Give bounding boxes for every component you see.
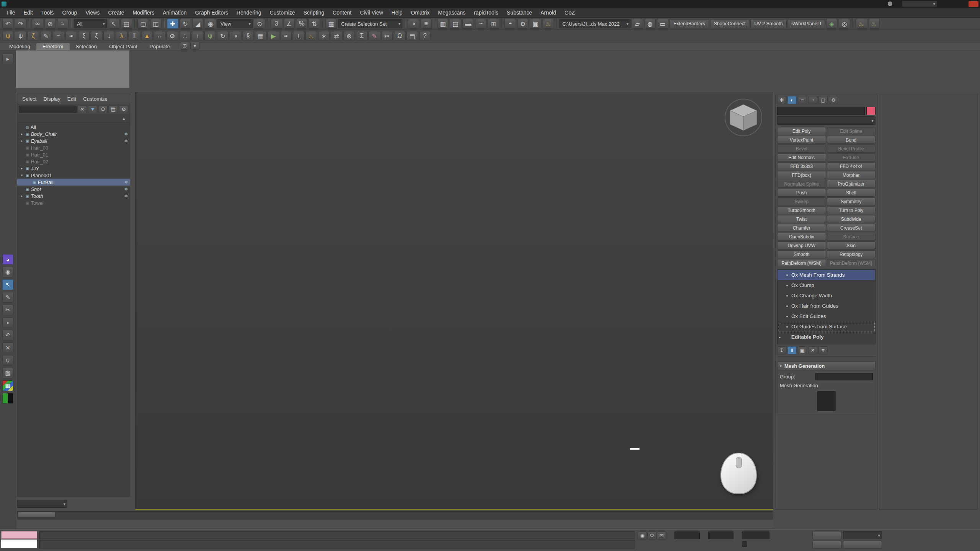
ribbon-pin-icon[interactable]: ⊡ [180,42,189,50]
shape-connect-button[interactable]: ShapeConnect [710,19,750,28]
modifier-button-edit-normals[interactable]: Edit Normals [777,153,826,161]
explorer-row-snot[interactable]: ▣Snot❄ [17,186,130,192]
ox-braid-guides-icon[interactable]: § [242,31,254,41]
modifier-button-shell[interactable]: Shell [827,189,876,197]
y-coordinate-field[interactable] [708,531,733,539]
close-button[interactable] [969,1,978,7]
explorer-menu-display[interactable]: Display [40,96,64,102]
z-coordinate-field[interactable] [742,531,769,539]
frozen-icon[interactable]: ❄ [124,139,128,143]
explorer-menu-customize[interactable]: Customize [80,96,111,102]
ribbon-minimize-icon[interactable]: ▾ [190,42,199,50]
frozen-icon[interactable]: ❄ [124,187,128,192]
menu-views[interactable]: Views [81,8,104,18]
ribbon-tab-object-paint[interactable]: Object Paint [103,43,144,50]
cgbump-preset-dropdown[interactable] [17,500,67,508]
stack-item-ox-guides-from-surface[interactable]: ●Ox Guides from Surface [777,321,875,332]
explorer-menu-select[interactable]: Select [19,96,40,102]
menu-edit[interactable]: Edit [20,8,37,18]
expand-icon[interactable]: ▸ [20,132,24,136]
modifier-button-smooth[interactable]: Smooth [777,250,826,258]
create-tab-icon[interactable]: ✚ [777,96,786,104]
menu-rendering[interactable]: Rendering [232,8,266,18]
stack-item-editable-poly[interactable]: ▸Editable Poly [777,332,875,342]
visibility-toggle-icon[interactable]: ● [785,273,789,277]
menu-content[interactable]: Content [328,8,356,18]
menu-help[interactable]: Help [387,8,407,18]
ox-generate-guide-data-icon[interactable]: Σ [356,31,368,41]
snapshot-icon[interactable]: ◎ [839,19,850,29]
named-selection-sets-dropdown[interactable]: Create Selection Set [338,19,402,28]
toggle-layer-explorer-icon[interactable]: ▤ [450,19,461,29]
modifier-button-subdivide[interactable]: Subdivide [827,215,876,223]
selection-filter-dropdown[interactable]: All [74,19,107,28]
display-borders-icon[interactable]: ▭ [657,19,668,29]
menu-tools[interactable]: Tools [37,8,58,18]
ox-strand-curling-icon[interactable]: ξ [78,31,90,41]
frozen-icon[interactable]: ❄ [124,132,128,137]
menu-megascans[interactable]: Megascans [434,8,470,18]
ox-guides-from-shape-icon[interactable]: ψ [15,31,26,41]
select-and-link-icon[interactable]: ∞ [32,19,43,29]
explorer-row-plane001[interactable]: ▾▣Plane001 [17,172,130,179]
uv-2-smooth-button[interactable]: UV 2 Smooth [750,19,786,28]
visibility-toggle-icon[interactable]: ● [785,304,789,308]
menu-file[interactable]: File [2,8,20,18]
modifier-button-opensubdiv[interactable]: OpenSubdiv [777,233,826,241]
ox-surface-comb-icon[interactable]: ~ [53,31,64,41]
undo-icon[interactable]: ↶ [2,19,14,29]
absolute-mode-toggle-icon[interactable]: ⊡ [657,531,666,540]
time-slider[interactable] [17,511,773,518]
bind-to-space-warp-icon[interactable]: ≈ [57,19,69,29]
modifier-button-symmetry[interactable]: Symmetry [827,197,876,205]
frozen-icon[interactable]: ❄ [124,180,128,185]
modifier-button-push[interactable]: Push [777,189,826,197]
motion-tab-icon[interactable]: ◔ [808,96,817,104]
menu-modifiers[interactable]: Modifiers [128,8,158,18]
edit-named-selection-sets-icon[interactable]: ▦ [325,19,337,29]
curve-editor-icon[interactable]: ~ [475,19,487,29]
ox-help-icon[interactable]: ? [419,31,431,41]
modifier-button-bend[interactable]: Bend [827,136,876,144]
modifier-button-creaseset[interactable]: CreaseSet [827,224,876,232]
menu-scripting[interactable]: Scripting [299,8,328,18]
visibility-toggle-icon[interactable]: ● [785,315,789,318]
ox-render-settings-icon[interactable]: ⚙ [167,31,178,41]
ox-strand-detail-icon[interactable]: ∴ [179,31,191,41]
ribbon-tab-freeform[interactable]: Freeform [36,43,70,50]
set-key-button[interactable] [812,541,841,549]
list-view-icon[interactable]: ▤ [109,105,118,113]
modifier-button-retopology[interactable]: Retopology [827,250,876,258]
render-teapot-icon[interactable]: ♨ [856,19,867,29]
magnet-icon[interactable]: ∪ [2,355,13,366]
selection-lock-toggle-icon[interactable]: Ω [647,531,657,540]
remove-modifier-icon[interactable]: ✕ [808,346,817,354]
workspace-dropdown[interactable] [902,1,937,7]
ox-change-width-icon[interactable]: ↔ [154,31,165,41]
modifier-button-chamfer[interactable]: Chamfer [777,224,826,232]
color-swatch-icon[interactable] [2,393,13,404]
explorer-menu-edit[interactable]: Edit [64,96,80,102]
hierarchy-tab-icon[interactable]: ≡ [798,96,807,104]
select-cursor-icon[interactable]: ↖ [2,279,13,290]
eye-icon[interactable]: ◉ [2,267,13,277]
ox-scatter-icon[interactable]: ∗ [318,31,330,41]
scene-explorer-search-input[interactable] [19,106,77,113]
modifier-button-edit-poly[interactable]: Edit Poly [777,127,826,135]
x-coordinate-field[interactable] [675,531,700,539]
ribbon-tab-populate[interactable]: Populate [144,43,176,50]
modifier-button-ffd-box[interactable]: FFD(box) [777,171,826,179]
dot-marker-icon[interactable]: • [2,317,13,328]
ox-resolve-collisions-icon[interactable]: ⊗ [343,31,355,41]
reference-coordinate-dropdown[interactable]: View [217,19,253,28]
toggle-scene-explorer-icon[interactable]: ▥ [437,19,449,29]
ox-clump-icon[interactable]: λ [116,31,127,41]
ox-moov-physics-icon[interactable]: Ω [394,31,405,41]
modifier-button-pathdeform-wsm[interactable]: PathDeform (WSM) [777,259,826,267]
signin-user[interactable] [888,2,894,6]
maximize-button[interactable] [955,1,965,7]
explorer-row-all[interactable]: ◍All [17,124,130,130]
render-setup-icon[interactable]: ⚙ [517,19,529,29]
visibility-toggle-icon[interactable]: ● [785,284,789,287]
align-icon[interactable]: ≡ [420,19,432,29]
